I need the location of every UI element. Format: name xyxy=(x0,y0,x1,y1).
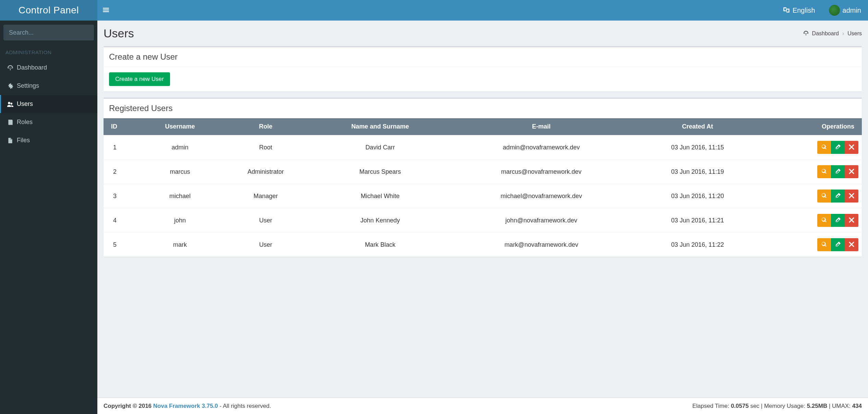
pencil-icon xyxy=(835,169,841,175)
table-col-role: Role xyxy=(219,118,312,135)
search-icon xyxy=(821,217,827,223)
cell-created: 03 Jun 2016, 11:22 xyxy=(634,233,761,257)
table-col-e-mail: E-mail xyxy=(448,118,634,135)
view-button[interactable] xyxy=(817,141,831,154)
table-col-name-and-surname: Name and Surname xyxy=(312,118,448,135)
cell-username: john xyxy=(141,208,219,233)
cell-operations xyxy=(761,135,862,160)
create-user-button[interactable]: Create a new User xyxy=(109,72,170,86)
table-row: 1adminRootDavid Carradmin@novaframework.… xyxy=(104,135,862,160)
delete-button[interactable] xyxy=(845,190,858,203)
sidebar-toggle-button[interactable] xyxy=(97,0,114,21)
table-header-row: IDUsernameRoleName and SurnameE-mailCrea… xyxy=(104,118,862,135)
language-selector[interactable]: English xyxy=(776,0,822,21)
footer-left: Copyright © 2016 Nova Framework 3.75.0 -… xyxy=(104,403,271,410)
cell-created: 03 Jun 2016, 11:20 xyxy=(634,184,761,208)
cell-email: mark@novaframework.dev xyxy=(448,233,634,257)
breadcrumb: Dashboard › Users xyxy=(803,31,862,37)
edit-button[interactable] xyxy=(831,190,845,203)
edit-button[interactable] xyxy=(831,238,845,251)
delete-button[interactable] xyxy=(845,165,858,178)
cell-id: 4 xyxy=(104,208,141,233)
cell-username: marcus xyxy=(141,160,219,184)
sidebar-item-label: Roles xyxy=(17,119,33,126)
view-button[interactable] xyxy=(817,214,831,227)
close-icon xyxy=(849,242,854,248)
users-icon xyxy=(7,101,17,107)
cell-name: Michael White xyxy=(312,184,448,208)
cell-created: 03 Jun 2016, 11:15 xyxy=(634,135,761,160)
sidebar-item-settings[interactable]: Settings xyxy=(0,77,97,95)
table-row: 2marcusAdministratorMarcus Spearsmarcus@… xyxy=(104,160,862,184)
view-button[interactable] xyxy=(817,190,831,203)
cell-username: michael xyxy=(141,184,219,208)
registered-users-box: Registered Users IDUsernameRoleName and … xyxy=(104,98,862,257)
cell-id: 3 xyxy=(104,184,141,208)
pencil-icon xyxy=(835,217,841,223)
gear-icon xyxy=(7,83,17,89)
cell-username: admin xyxy=(141,135,219,160)
cell-name: Mark Black xyxy=(312,233,448,257)
sidebar-item-label: Dashboard xyxy=(17,64,47,71)
cell-username: mark xyxy=(141,233,219,257)
delete-button[interactable] xyxy=(845,141,858,154)
view-button[interactable] xyxy=(817,165,831,178)
book-icon xyxy=(7,119,17,125)
cell-created: 03 Jun 2016, 11:19 xyxy=(634,160,761,184)
cell-id: 2 xyxy=(104,160,141,184)
view-button[interactable] xyxy=(817,238,831,251)
sidebar-nav: DashboardSettingsUsersRolesFiles xyxy=(0,59,97,149)
content: Users Dashboard › Users Create a new Use… xyxy=(97,21,868,414)
search-input[interactable] xyxy=(3,29,94,36)
sidebar-item-label: Files xyxy=(17,137,30,144)
cell-role: Manager xyxy=(219,184,312,208)
copyright-text: Copyright © 2016 xyxy=(104,403,153,409)
sidebar-item-roles[interactable]: Roles xyxy=(0,113,97,131)
sidebar-search xyxy=(0,21,97,45)
sidebar-item-label: Settings xyxy=(17,82,39,89)
breadcrumb-current: Users xyxy=(847,31,862,37)
breadcrumb-dashboard-link[interactable]: Dashboard xyxy=(812,31,839,37)
edit-button[interactable] xyxy=(831,165,845,178)
user-menu[interactable]: admin xyxy=(822,0,868,21)
pencil-icon xyxy=(835,144,841,150)
dashboard-icon xyxy=(7,65,17,71)
create-user-box: Create a new User Create a new User xyxy=(104,46,862,92)
cell-email: john@novaframework.dev xyxy=(448,208,634,233)
search-icon xyxy=(821,242,827,248)
cell-name: Marcus Spears xyxy=(312,160,448,184)
close-icon xyxy=(849,144,854,150)
sidebar-item-dashboard[interactable]: Dashboard xyxy=(0,59,97,77)
language-icon xyxy=(783,7,790,14)
search-icon xyxy=(821,169,827,175)
sidebar-item-files[interactable]: Files xyxy=(0,131,97,149)
rights-text: - All rights reserved. xyxy=(218,403,271,409)
close-icon xyxy=(849,169,854,175)
bars-icon xyxy=(103,7,109,14)
table-col-created-at: Created At xyxy=(634,118,761,135)
cell-id: 1 xyxy=(104,135,141,160)
edit-button[interactable] xyxy=(831,214,845,227)
close-icon xyxy=(849,193,854,199)
registered-users-box-title: Registered Users xyxy=(104,99,862,118)
page-title: Users xyxy=(104,27,134,40)
cell-created: 03 Jun 2016, 11:21 xyxy=(634,208,761,233)
search-icon xyxy=(821,193,827,199)
delete-button[interactable] xyxy=(845,214,858,227)
topbar: English admin xyxy=(97,0,868,21)
breadcrumb-separator: › xyxy=(842,31,844,37)
framework-link[interactable]: Nova Framework 3.75.0 xyxy=(153,403,218,409)
sidebar-item-users[interactable]: Users xyxy=(0,95,97,113)
delete-button[interactable] xyxy=(845,238,858,251)
edit-button[interactable] xyxy=(831,141,845,154)
cell-operations xyxy=(761,233,862,257)
sidebar-item-label: Users xyxy=(17,100,33,108)
table-row: 4johnUserJohn Kennedyjohn@novaframework.… xyxy=(104,208,862,233)
cell-name: John Kennedy xyxy=(312,208,448,233)
cell-role: User xyxy=(219,233,312,257)
cell-operations xyxy=(761,160,862,184)
sidebar: Control Panel ADMINISTRATION DashboardSe… xyxy=(0,0,97,414)
brand-title[interactable]: Control Panel xyxy=(0,0,97,21)
cell-operations xyxy=(761,208,862,233)
cell-email: michael@novaframework.dev xyxy=(448,184,634,208)
